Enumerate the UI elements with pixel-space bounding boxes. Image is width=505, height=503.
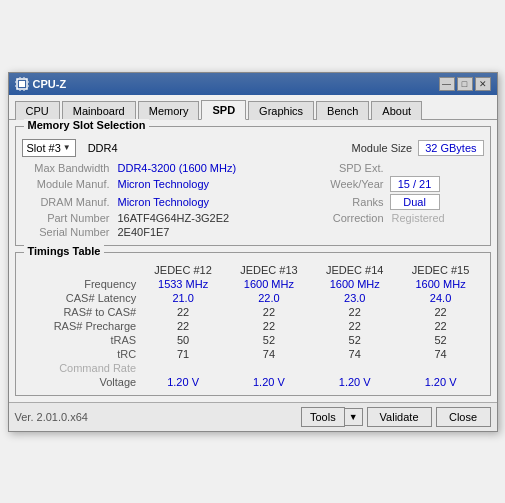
slot-arrow-icon: ▼: [63, 143, 71, 152]
timings-row-6: Command Rate: [22, 361, 484, 375]
spd-ext-label: SPD Ext.: [272, 161, 386, 175]
timings-cell-5-3: 74: [398, 347, 484, 361]
timings-cell-6-0: [140, 361, 226, 375]
timings-header-row: JEDEC #12 JEDEC #13 JEDEC #14 JEDEC #15: [22, 263, 484, 277]
timings-row-4: tRAS50525252: [22, 333, 484, 347]
timings-cell-1-0: 21.0: [140, 291, 226, 305]
module-size-value: 32 GBytes: [418, 140, 483, 156]
timings-cell-0-3: 1600 MHz: [398, 277, 484, 291]
module-manuf-label: Module Manuf.: [22, 175, 112, 193]
title-bar: CPU-Z — □ ✕: [9, 73, 497, 95]
tab-cpu[interactable]: CPU: [15, 101, 60, 120]
timings-cell-3-0: 22: [140, 319, 226, 333]
tab-memory[interactable]: Memory: [138, 101, 200, 120]
tools-arrow-button[interactable]: ▼: [345, 408, 363, 426]
timings-cell-5-2: 74: [312, 347, 398, 361]
slot-label: Slot #3: [27, 142, 61, 154]
timings-row-3: RAS# Precharge22222222: [22, 319, 484, 333]
serial-number-value: 2E40F1E7: [112, 225, 272, 239]
timings-cell-6-3: [398, 361, 484, 375]
timings-row-label-4: tRAS: [22, 333, 141, 347]
bottom-buttons: Tools ▼ Validate Close: [301, 407, 491, 427]
col-jedec13-header: JEDEC #13: [226, 263, 312, 277]
timings-cell-7-3: 1.20 V: [398, 375, 484, 389]
serial-number-label: Serial Number: [22, 225, 112, 239]
timings-cell-2-0: 22: [140, 305, 226, 319]
module-manuf-row: Module Manuf. Micron Technology Week/Yea…: [22, 175, 484, 193]
timings-cell-0-0: 1533 MHz: [140, 277, 226, 291]
main-window: CPU-Z — □ ✕ CPU Mainboard Memory SPD Gra…: [8, 72, 498, 432]
timings-row-0: Frequency1533 MHz1600 MHz1600 MHz1600 MH…: [22, 277, 484, 291]
timings-cell-1-2: 23.0: [312, 291, 398, 305]
timings-table: JEDEC #12 JEDEC #13 JEDEC #14 JEDEC #15 …: [22, 263, 484, 389]
serial-number-row: Serial Number 2E40F1E7: [22, 225, 484, 239]
part-number-value: 16ATF4G64HZ-3G2E2: [112, 211, 272, 225]
bottom-bar: Ver. 2.01.0.x64 Tools ▼ Validate Close: [9, 402, 497, 431]
tab-graphics[interactable]: Graphics: [248, 101, 314, 120]
col-label-header: [22, 263, 141, 277]
validate-button[interactable]: Validate: [367, 407, 432, 427]
timings-cell-6-2: [312, 361, 398, 375]
week-year-label: Week/Year: [272, 175, 386, 193]
timings-row-label-6: Command Rate: [22, 361, 141, 375]
tools-group: Tools ▼: [301, 407, 363, 427]
timings-cell-7-2: 1.20 V: [312, 375, 398, 389]
timings-cell-4-0: 50: [140, 333, 226, 347]
tab-bench[interactable]: Bench: [316, 101, 369, 120]
timings-cell-4-1: 52: [226, 333, 312, 347]
tab-spd[interactable]: SPD: [201, 100, 246, 120]
max-bandwidth-label: Max Bandwidth: [22, 161, 112, 175]
dram-manuf-value: Micron Technology: [112, 193, 272, 211]
close-button-bottom[interactable]: Close: [436, 407, 491, 427]
timings-cell-2-2: 22: [312, 305, 398, 319]
timings-row-label-3: RAS# Precharge: [22, 319, 141, 333]
timings-cell-4-2: 52: [312, 333, 398, 347]
week-year-value: 15 / 21: [390, 176, 440, 192]
col-jedec15-header: JEDEC #15: [398, 263, 484, 277]
correction-value: Registered: [386, 211, 484, 225]
timings-cell-3-3: 22: [398, 319, 484, 333]
slot-selector[interactable]: Slot #3 ▼: [22, 139, 76, 157]
part-number-row: Part Number 16ATF4G64HZ-3G2E2 Correction…: [22, 211, 484, 225]
tab-bar: CPU Mainboard Memory SPD Graphics Bench …: [9, 95, 497, 120]
timings-cell-6-1: [226, 361, 312, 375]
svg-rect-1: [19, 81, 25, 87]
timings-cell-3-2: 22: [312, 319, 398, 333]
timings-cell-5-0: 71: [140, 347, 226, 361]
version-text: Ver. 2.01.0.x64: [15, 411, 88, 423]
max-bandwidth-value: DDR4-3200 (1600 MHz): [112, 161, 272, 175]
cpu-icon: [15, 77, 29, 91]
main-content: Memory Slot Selection Slot #3 ▼ DDR4 Mod…: [9, 120, 497, 402]
module-size-label: Module Size: [352, 142, 413, 154]
timings-cell-0-1: 1600 MHz: [226, 277, 312, 291]
module-manuf-value: Micron Technology: [112, 175, 272, 193]
maximize-button[interactable]: □: [457, 77, 473, 91]
tab-mainboard[interactable]: Mainboard: [62, 101, 136, 120]
timings-cell-0-2: 1600 MHz: [312, 277, 398, 291]
timings-cell-1-3: 24.0: [398, 291, 484, 305]
memory-slot-title: Memory Slot Selection: [24, 119, 150, 131]
timings-row-5: tRC71747474: [22, 347, 484, 361]
timings-row-label-1: CAS# Latency: [22, 291, 141, 305]
col-jedec12-header: JEDEC #12: [140, 263, 226, 277]
ranks-label: Ranks: [272, 193, 386, 211]
timings-group: Timings Table JEDEC #12 JEDEC #13 JEDEC …: [15, 252, 491, 396]
dram-manuf-row: DRAM Manuf. Micron Technology Ranks Dual: [22, 193, 484, 211]
minimize-button[interactable]: —: [439, 77, 455, 91]
correction-label: Correction: [272, 211, 386, 225]
close-button[interactable]: ✕: [475, 77, 491, 91]
tab-about[interactable]: About: [371, 101, 422, 120]
timings-cell-2-3: 22: [398, 305, 484, 319]
title-bar-controls: — □ ✕: [439, 77, 491, 91]
tools-button[interactable]: Tools: [301, 407, 345, 427]
col-jedec14-header: JEDEC #14: [312, 263, 398, 277]
timings-row-label-2: RAS# to CAS#: [22, 305, 141, 319]
timings-cell-5-1: 74: [226, 347, 312, 361]
timings-cell-7-0: 1.20 V: [140, 375, 226, 389]
ranks-value: Dual: [390, 194, 440, 210]
timings-row-label-0: Frequency: [22, 277, 141, 291]
dram-manuf-label: DRAM Manuf.: [22, 193, 112, 211]
max-bandwidth-row: Max Bandwidth DDR4-3200 (1600 MHz) SPD E…: [22, 161, 484, 175]
timings-title: Timings Table: [24, 245, 105, 257]
spd-ext-value: [386, 161, 394, 175]
